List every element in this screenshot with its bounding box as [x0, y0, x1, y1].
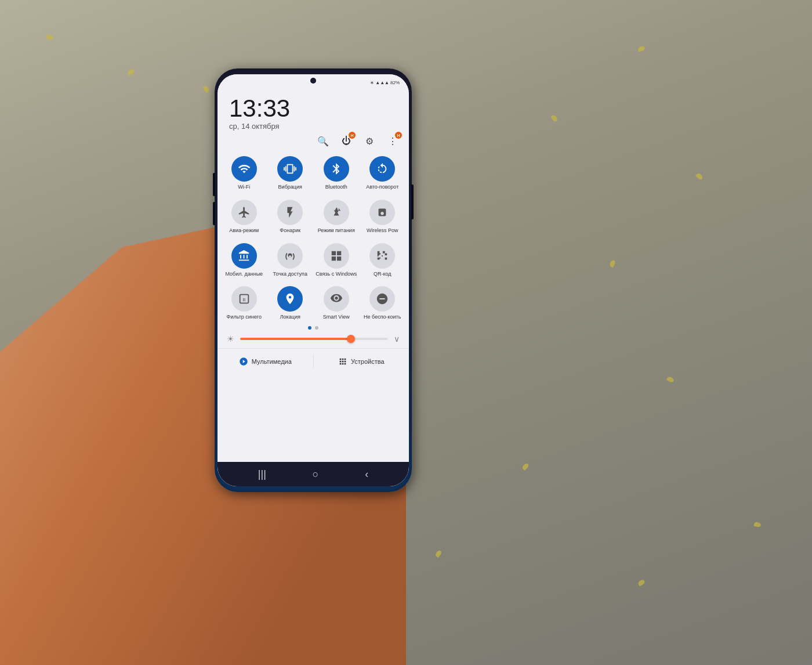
brightness-thumb[interactable]	[347, 335, 355, 343]
flashlight-label: Фонарик	[280, 227, 300, 234]
devices-grid-icon	[338, 357, 347, 366]
qs-row-3: Мобил. данные Точка доступа Связь с Wind…	[217, 240, 409, 281]
dot-1	[308, 326, 311, 330]
vibration-label: Вибрация	[278, 184, 302, 190]
location-icon-circle	[277, 286, 303, 312]
autorotate-icon-circle	[369, 156, 395, 182]
signal-icon: ▲▲▲	[375, 80, 389, 85]
qs-vibration[interactable]: Вибрация	[269, 153, 313, 194]
mobile-data-label: Мобил. данные	[225, 271, 263, 277]
settings-button[interactable]: ⚙	[362, 134, 376, 148]
smart-view-icon-circle	[324, 286, 349, 312]
wifi-label: Wi-Fi	[238, 184, 250, 190]
notification-panel: ∗ ▲▲▲ 82% 13:33 ср, 14 октября 🔍 ⏻ H ⚙ ⋮…	[217, 74, 409, 486]
status-icons: ∗ ▲▲▲ 82%	[370, 80, 400, 85]
autorotate-label: Авто-поворот	[366, 184, 398, 190]
smart-view-label: Smart View	[323, 314, 350, 320]
qs-airplane[interactable]: Авиа-режим	[222, 196, 266, 237]
location-label: Локация	[280, 314, 300, 320]
power-mode-icon-circle	[324, 200, 349, 225]
dnd-icon-circle	[369, 286, 395, 312]
power-badge: H	[349, 132, 356, 139]
wireless-pow-label: Wireless Pow	[367, 227, 398, 234]
qs-row-4: B Фильтр синего Локация	[217, 283, 409, 324]
airplane-label: Авиа-режим	[229, 227, 259, 234]
battery-icon: 82%	[390, 80, 400, 85]
home-button[interactable]: ○	[313, 468, 319, 480]
qs-mobile-data[interactable]: Мобил. данные	[222, 240, 266, 281]
page-indicator	[217, 326, 409, 330]
more-badge: H	[395, 132, 402, 139]
media-button[interactable]: Мультимедиа	[217, 355, 313, 368]
dot-2	[315, 326, 318, 330]
wireless-pow-icon-circle	[369, 200, 395, 225]
panel-divider	[217, 348, 409, 349]
airplane-icon-circle	[231, 200, 257, 225]
more-button[interactable]: ⋮ H	[386, 134, 400, 148]
blue-filter-icon-circle: B	[231, 286, 257, 312]
qs-autorotate[interactable]: Авто-поворот	[361, 153, 405, 194]
power-mode-label: Режим питания	[318, 227, 355, 234]
mobile-data-icon-circle	[231, 243, 257, 269]
flashlight-icon-circle	[277, 200, 303, 225]
volume-up-button[interactable]	[213, 173, 215, 196]
bluetooth-label: Bluetooth	[325, 184, 347, 190]
qs-flashlight[interactable]: Фонарик	[269, 196, 313, 237]
brightness-icon: ☀	[227, 334, 234, 344]
qs-blue-filter[interactable]: B Фильтр синего	[222, 283, 266, 324]
phone-screen: ∗ ▲▲▲ 82% 13:33 ср, 14 октября 🔍 ⏻ H ⚙ ⋮…	[217, 74, 409, 486]
brightness-expand-icon[interactable]: ∨	[394, 334, 400, 344]
hotspot-icon-circle	[277, 243, 303, 269]
qs-link-windows[interactable]: Связь с Windows	[314, 240, 358, 281]
power-menu-button[interactable]: ⏻ H	[339, 134, 353, 148]
clock-date: ср, 14 октября	[229, 122, 397, 131]
wifi-icon-circle	[231, 156, 257, 182]
brightness-slider[interactable]	[240, 338, 388, 340]
qs-power-mode[interactable]: Режим питания	[314, 196, 358, 237]
bluetooth-icon-circle	[324, 156, 349, 182]
hotspot-label: Точка доступа	[273, 271, 307, 277]
qr-label: QR-код	[374, 271, 392, 277]
qs-location[interactable]: Локация	[269, 283, 313, 324]
qs-qr[interactable]: QR-код	[361, 240, 405, 281]
devices-button[interactable]: Устройства	[314, 355, 409, 368]
volume-down-button[interactable]	[213, 202, 215, 225]
qs-wifi[interactable]: Wi-Fi	[222, 153, 266, 194]
qs-wireless-pow[interactable]: Wireless Pow	[361, 196, 405, 237]
power-button[interactable]	[411, 185, 414, 219]
devices-label: Устройства	[351, 358, 385, 365]
brightness-row[interactable]: ☀ ∨	[217, 332, 409, 346]
qs-dnd[interactable]: Не беспо-коить	[361, 283, 405, 324]
qs-bluetooth[interactable]: Bluetooth	[314, 153, 358, 194]
camera-cutout	[310, 78, 316, 84]
clock-time: 13:33	[229, 96, 397, 121]
nav-bar: ||| ○ ‹	[217, 462, 409, 486]
qs-toolbar: 🔍 ⏻ H ⚙ ⋮ H	[217, 134, 409, 148]
blue-filter-label: Фильтр синего	[227, 314, 262, 320]
media-devices-row: Мультимедиа Устройства	[217, 351, 409, 372]
bluetooth-status-icon: ∗	[370, 80, 374, 85]
vibration-icon-circle	[277, 156, 303, 182]
qs-row-1: Wi-Fi Вибрация Bluetooth	[217, 153, 409, 194]
recent-apps-button[interactable]: |||	[258, 468, 266, 480]
media-play-icon	[239, 357, 248, 366]
media-label: Мультимедиа	[252, 358, 292, 365]
search-button[interactable]: 🔍	[316, 134, 330, 148]
clock-section: 13:33 ср, 14 октября	[217, 91, 409, 134]
link-windows-icon-circle	[324, 243, 349, 269]
svg-text:B: B	[242, 297, 245, 302]
link-windows-label: Связь с Windows	[316, 271, 357, 277]
back-button[interactable]: ‹	[365, 468, 368, 480]
qs-smart-view[interactable]: Smart View	[314, 283, 358, 324]
qr-icon-circle	[369, 243, 395, 269]
dnd-label: Не беспо-коить	[364, 314, 401, 320]
qs-row-2: Авиа-режим Фонарик Режим питания	[217, 196, 409, 237]
qs-hotspot[interactable]: Точка доступа	[269, 240, 313, 281]
